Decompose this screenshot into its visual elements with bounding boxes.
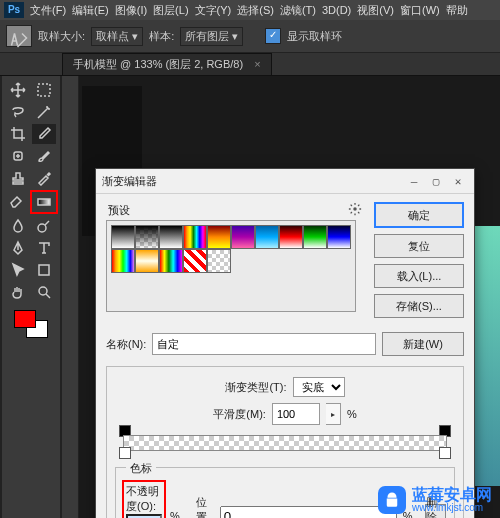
sample-select[interactable]: 所有图层 ▾	[180, 27, 243, 46]
menu-filter[interactable]: 滤镜(T)	[280, 3, 316, 18]
percent-label: %	[347, 408, 357, 420]
preset-swatch[interactable]	[159, 225, 183, 249]
menu-bar: Ps 文件(F) 编辑(E) 图像(I) 图层(L) 文字(Y) 选择(S) 滤…	[0, 0, 500, 20]
menu-image[interactable]: 图像(I)	[115, 3, 147, 18]
name-label: 名称(N):	[106, 337, 146, 352]
preset-swatch[interactable]	[303, 225, 327, 249]
lasso-tool[interactable]	[6, 102, 30, 122]
save-button[interactable]: 存储(S)...	[374, 294, 464, 318]
type-select[interactable]: 实底	[293, 377, 345, 397]
reset-button[interactable]: 复位	[374, 234, 464, 258]
smooth-label: 平滑度(M):	[213, 407, 266, 422]
preset-grid	[106, 220, 356, 312]
preset-label: 预设	[108, 203, 130, 218]
smooth-dropdown-icon[interactable]: ▸	[326, 403, 341, 425]
preset-swatch[interactable]	[255, 225, 279, 249]
color-stop-right[interactable]	[439, 447, 451, 459]
svg-point-3	[38, 224, 46, 232]
new-button[interactable]: 新建(W)	[382, 332, 464, 356]
gradient-bar[interactable]	[115, 431, 455, 453]
work-area: 渐变编辑器 — ▢ ✕ 预设	[0, 76, 500, 518]
eyedropper-tool[interactable]	[32, 124, 56, 144]
preset-swatch[interactable]	[183, 249, 207, 273]
crop-tool[interactable]	[6, 124, 30, 144]
menu-edit[interactable]: 编辑(E)	[72, 3, 109, 18]
menu-view[interactable]: 视图(V)	[357, 3, 394, 18]
preset-menu-icon[interactable]	[348, 202, 362, 218]
watermark-brand: 蓝莓安卓网	[412, 487, 492, 503]
menu-select[interactable]: 选择(S)	[237, 3, 274, 18]
opacity-label: 不透明度(O):	[126, 485, 159, 512]
stops-title: 色标	[126, 461, 156, 476]
watermark-logo	[378, 486, 406, 514]
color-stop-left[interactable]	[119, 447, 131, 459]
preset-swatch[interactable]	[111, 249, 135, 273]
blur-tool[interactable]	[6, 216, 30, 236]
document-tab-title: 手机模型 @ 133% (图层 2, RGB/8)	[73, 58, 243, 70]
menu-layer[interactable]: 图层(L)	[153, 3, 188, 18]
dodge-tool[interactable]	[32, 216, 56, 236]
move-tool[interactable]	[6, 80, 30, 100]
preset-swatch[interactable]	[159, 249, 183, 273]
menu-help[interactable]: 帮助	[446, 3, 468, 18]
dialog-titlebar[interactable]: 渐变编辑器 — ▢ ✕	[96, 169, 474, 194]
document-tab[interactable]: 手机模型 @ 133% (图层 2, RGB/8) ×	[62, 53, 272, 75]
svg-point-6	[353, 207, 357, 211]
path-select-tool[interactable]	[6, 260, 30, 280]
show-ring-checkbox[interactable]: ✓	[265, 28, 281, 44]
close-button[interactable]: ✕	[448, 173, 468, 189]
preset-swatch[interactable]	[207, 225, 231, 249]
marquee-tool[interactable]	[32, 80, 56, 100]
ruler-vertical	[62, 76, 79, 518]
shape-tool[interactable]	[32, 260, 56, 280]
ok-button[interactable]: 确定	[374, 202, 464, 228]
ps-logo: Ps	[4, 2, 24, 18]
show-ring-label: 显示取样环	[287, 29, 342, 44]
history-brush-tool[interactable]	[32, 168, 56, 188]
menu-3d[interactable]: 3D(D)	[322, 4, 351, 16]
gradient-editor-dialog: 渐变编辑器 — ▢ ✕ 预设	[95, 168, 475, 518]
brush-tool[interactable]	[32, 146, 56, 166]
preset-swatch[interactable]	[231, 225, 255, 249]
smooth-input[interactable]	[272, 403, 320, 425]
tool-preset-swatch[interactable]	[6, 25, 32, 47]
opacity-input[interactable]	[126, 514, 162, 518]
svg-rect-2	[38, 199, 50, 205]
svg-rect-4	[39, 265, 49, 275]
menu-file[interactable]: 文件(F)	[30, 3, 66, 18]
location-input[interactable]	[220, 506, 397, 519]
minimize-button[interactable]: —	[404, 173, 424, 189]
eraser-tool[interactable]	[4, 190, 28, 210]
sample-size-label: 取样大小:	[38, 29, 85, 44]
maximize-button[interactable]: ▢	[426, 173, 446, 189]
wand-tool[interactable]	[32, 102, 56, 122]
document-tab-bar: 手机模型 @ 133% (图层 2, RGB/8) ×	[0, 53, 500, 76]
svg-point-5	[39, 287, 47, 295]
preset-swatch[interactable]	[279, 225, 303, 249]
foreground-color[interactable]	[14, 310, 36, 328]
type-label: 渐变类型(T):	[225, 380, 286, 395]
pen-tool[interactable]	[6, 238, 30, 258]
preset-swatch[interactable]	[327, 225, 351, 249]
location-label: 位置(C):	[196, 495, 214, 518]
zoom-tool[interactable]	[32, 282, 56, 302]
preset-swatch[interactable]	[135, 249, 159, 273]
preset-swatch[interactable]	[111, 225, 135, 249]
preset-swatch[interactable]	[207, 249, 231, 273]
sample-size-select[interactable]: 取样点 ▾	[91, 27, 143, 46]
menu-window[interactable]: 窗口(W)	[400, 3, 440, 18]
healing-tool[interactable]	[6, 146, 30, 166]
color-swatches[interactable]	[14, 310, 48, 338]
name-input[interactable]	[152, 333, 376, 355]
hand-tool[interactable]	[6, 282, 30, 302]
close-tab-icon[interactable]: ×	[254, 58, 260, 70]
menu-type[interactable]: 文字(Y)	[195, 3, 232, 18]
opacity-highlight: 不透明度(O): ▸	[122, 480, 166, 518]
stamp-tool[interactable]	[6, 168, 30, 188]
gradient-tool[interactable]	[30, 190, 58, 214]
preset-swatch[interactable]	[183, 225, 207, 249]
load-button[interactable]: 载入(L)...	[374, 264, 464, 288]
dialog-title: 渐变编辑器	[102, 174, 402, 189]
preset-swatch[interactable]	[135, 225, 159, 249]
type-tool[interactable]	[32, 238, 56, 258]
